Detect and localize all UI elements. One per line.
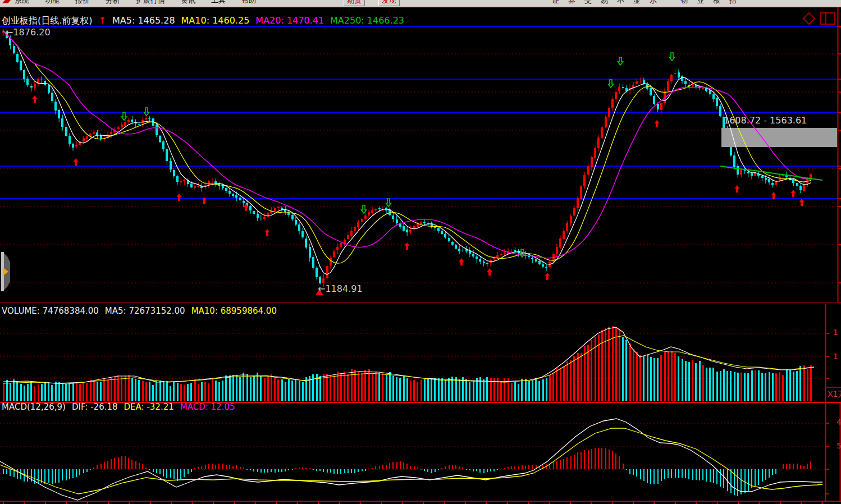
macd-header: MACD(12,26,9) DIF: -26.18 DEA: -32.21 MA…	[2, 402, 235, 412]
symbol-title: 创业板指(日线.前复权)	[2, 15, 93, 27]
window-layout-left-pane-icon[interactable]	[821, 13, 826, 24]
volume-axis-label: 1	[833, 352, 838, 361]
volume-axis-label: 1	[833, 328, 838, 337]
diamond-icon[interactable]	[803, 13, 815, 24]
ma250-value: MA250: 1466.23	[330, 15, 404, 27]
volume-value: VOLUME: 74768384.00	[2, 306, 99, 316]
trend-up-arrow-icon: ↑	[99, 15, 106, 27]
ma5-value: MA5: 1465.28	[112, 15, 175, 27]
menu-item-3[interactable]: 分析	[106, 0, 120, 6]
menu-item-6[interactable]: 工具	[211, 0, 226, 6]
expand-arrow-icon	[3, 268, 8, 276]
menu-item-7[interactable]: 帮助	[241, 0, 256, 6]
main-price-chart[interactable]	[0, 7, 841, 303]
high-price-annotation: ←1876.20	[6, 27, 51, 38]
trading-app-window: 系统功能报价分析扩展行情资讯工具帮助 期货发现 证券交易不显示 创业板指 创业板…	[0, 0, 841, 504]
macd-params: MACD(12,26,9)	[2, 402, 66, 412]
sidebar-toggle[interactable]	[0, 252, 11, 291]
volume-ma10-value: MA10: 68959864.00	[191, 306, 277, 316]
volume-scale-unit: X1万	[828, 390, 841, 400]
menu-item-2[interactable]: 报价	[75, 0, 90, 6]
dif-value: DIF: -26.18	[72, 402, 118, 412]
ma20-value: MA20: 1470.41	[255, 15, 324, 27]
dea-value: DEA: -32.21	[124, 402, 174, 412]
menu-item-1[interactable]: 功能	[45, 0, 60, 6]
menu-hot-items: 期货发现	[344, 0, 400, 6]
menu-hot-item-0[interactable]: 期货	[344, 0, 365, 6]
volume-header: VOLUME: 74768384.00 MA5: 72673152.00 MA1…	[2, 306, 277, 316]
ma10-value: MA10: 1460.25	[181, 15, 250, 27]
menu-item-5[interactable]: 资讯	[181, 0, 195, 6]
macd-chart[interactable]	[0, 400, 841, 504]
app-logo-icon	[2, 0, 11, 3]
macd-value: MACD: 12.05	[180, 402, 235, 412]
menu-item-4[interactable]: 扩展行情	[136, 0, 165, 6]
volume-ma5-value: MA5: 72673152.00	[105, 306, 185, 316]
macd-axis-label: 4	[837, 418, 841, 427]
status-bar: 证券交易不显示 创业板指	[552, 0, 746, 7]
window-layout-icon[interactable]	[826, 13, 835, 24]
low-price-annotation: ←1184.91	[318, 283, 363, 294]
price-range-tooltip: 1608.72 - 1563.61	[724, 115, 807, 126]
status-trade-text: 证券交易不显示	[552, 0, 666, 6]
status-symbol-text: 创业板指	[680, 0, 746, 6]
chart-corner-icons	[802, 11, 838, 27]
volume-chart[interactable]	[0, 304, 841, 403]
macd-axis-label: 5	[837, 441, 841, 450]
menu-bar: 系统功能报价分析扩展行情资讯工具帮助 期货发现 证券交易不显示 创业板指	[0, 0, 841, 7]
main-chart-header: 创业板指(日线.前复权) ↑ MA5: 1465.28 MA10: 1460.2…	[2, 15, 404, 27]
menu-items: 系统功能报价分析扩展行情资讯工具帮助	[15, 0, 272, 6]
menu-item-0[interactable]: 系统	[15, 0, 29, 6]
menu-hot-item-1[interactable]: 发现	[378, 0, 400, 6]
